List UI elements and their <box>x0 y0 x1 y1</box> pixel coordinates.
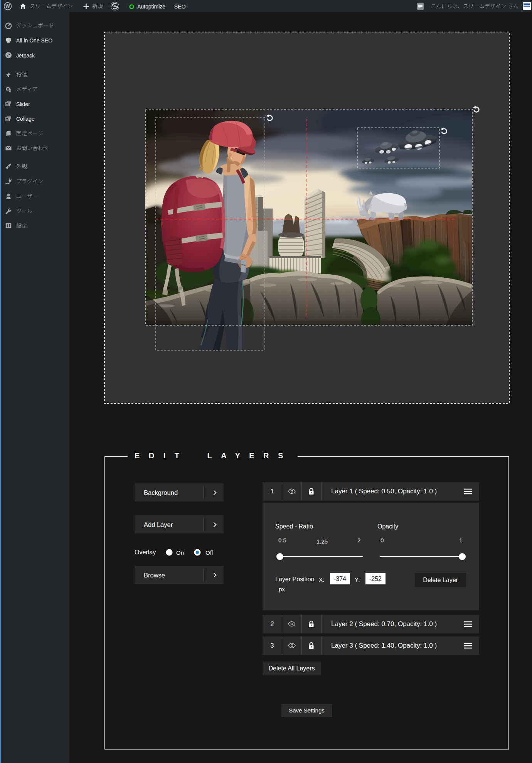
svg-text:W: W <box>5 3 10 9</box>
